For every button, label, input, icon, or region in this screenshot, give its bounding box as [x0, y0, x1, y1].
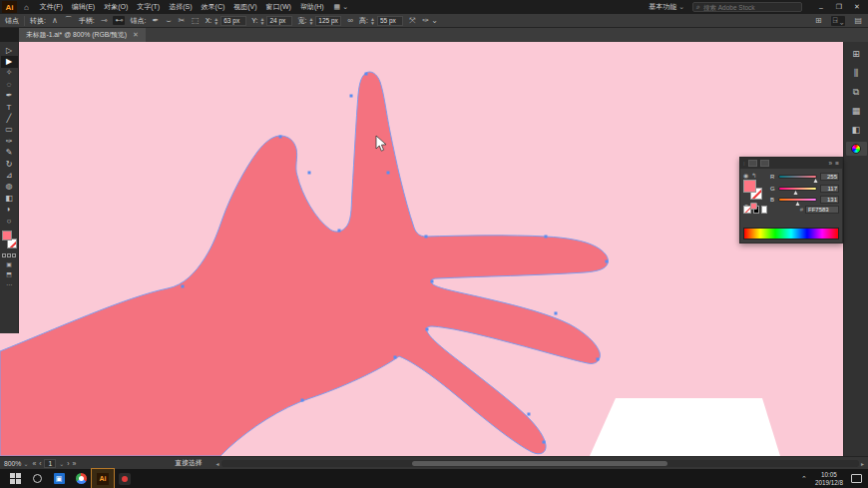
close-button[interactable]: ✕ — [848, 0, 866, 14]
anchor-point[interactable] — [394, 356, 397, 359]
menu-select[interactable]: 选择(S) — [169, 2, 192, 12]
color-mode-icon[interactable] — [2, 253, 6, 257]
horizontal-scrollbar[interactable]: ◂ ▸ — [217, 460, 864, 467]
anchor-point[interactable] — [606, 260, 609, 263]
search-input[interactable] — [703, 4, 798, 11]
height-field[interactable]: 高: ▲▼ 55 px — [359, 16, 403, 26]
illustrator-app-button[interactable]: Ai — [92, 469, 114, 488]
white-swatch[interactable] — [761, 206, 767, 214]
slider-marker[interactable] — [814, 179, 818, 183]
slider-value-field[interactable]: 255 — [820, 173, 839, 181]
edit-toolbar-icon[interactable]: ⋯ — [6, 280, 12, 287]
none-mode-icon[interactable] — [12, 253, 16, 257]
y-stepper[interactable]: ▲▼ — [259, 17, 264, 25]
link-dimensions-icon[interactable]: ∞ — [346, 16, 354, 25]
slider-marker[interactable] — [795, 202, 799, 206]
slider-value-field[interactable]: 117 — [820, 185, 839, 193]
transform-panel-icon[interactable]: ⊞ — [846, 47, 867, 61]
menu-grid-icon[interactable]: ▤ — [853, 16, 863, 25]
anchor-point[interactable] — [555, 312, 558, 315]
home-icon[interactable]: ⌂ — [21, 3, 32, 12]
recorder-app-button[interactable] — [114, 469, 136, 488]
fill-swatch[interactable] — [2, 231, 12, 241]
color-panel-header[interactable]: ⁞ » ≡ — [740, 158, 842, 169]
x-field[interactable]: X: ▲▼ 63 px — [206, 16, 247, 26]
photos-app-button[interactable]: ▣ — [48, 469, 70, 488]
anchor-point[interactable] — [365, 73, 368, 76]
pen-tool-icon[interactable]: ✒ — [1, 91, 18, 102]
connect-endpoints-icon[interactable]: ⌣ — [165, 16, 172, 26]
type-tool-icon[interactable]: T — [1, 102, 18, 113]
anchor-point[interactable] — [182, 285, 185, 288]
table-shape[interactable] — [590, 398, 780, 456]
none-color-swatch[interactable] — [743, 206, 751, 214]
scroll-left-icon[interactable]: ◂ — [217, 460, 219, 467]
panel-fill-swatch[interactable] — [743, 180, 756, 193]
chrome-app-button[interactable] — [70, 469, 92, 488]
magic-wand-tool-icon[interactable]: ✧ — [1, 68, 18, 79]
color-guide-tab-icon[interactable] — [760, 160, 769, 167]
scrollbar-thumb[interactable] — [412, 461, 667, 466]
tab-close-icon[interactable]: ✕ — [133, 31, 139, 39]
scroll-right-icon[interactable]: ▸ — [861, 460, 864, 467]
slider-marker[interactable] — [794, 191, 798, 195]
menu-window[interactable]: 窗口(W) — [266, 2, 291, 12]
panel-grid-icon[interactable]: ⊞ — [814, 16, 823, 25]
isolate-object-icon[interactable]: ⬚ — [191, 16, 201, 25]
prev-artboard-icon[interactable]: ‹ — [39, 460, 41, 467]
last-artboard-icon[interactable]: » — [73, 460, 77, 467]
anchor-point[interactable] — [301, 399, 304, 402]
anchor-point[interactable] — [431, 280, 434, 283]
next-artboard-icon[interactable]: › — [67, 460, 69, 467]
artboard-number-field[interactable]: 1 — [44, 459, 56, 468]
y-value[interactable]: 24 px — [266, 16, 292, 26]
slider-value-field[interactable]: 131 — [820, 196, 839, 204]
convert-to-smooth-icon[interactable]: ⌒ — [64, 15, 74, 26]
screen-mode-icon[interactable]: ⬒ — [6, 270, 12, 277]
scrollbar-track[interactable] — [221, 460, 859, 467]
anchor-point[interactable] — [425, 236, 428, 239]
menu-object[interactable]: 对象(O) — [104, 2, 128, 12]
rotate-tool-icon[interactable]: ↻ — [1, 159, 18, 170]
zoom-level-control[interactable]: 800% ⌄ — [4, 460, 28, 467]
hex-value-field[interactable]: FF7583 — [805, 206, 839, 214]
width-stepper[interactable]: ▲▼ — [308, 17, 313, 25]
anchor-point[interactable] — [308, 172, 311, 175]
x-stepper[interactable]: ▲▼ — [214, 17, 218, 25]
app-logo[interactable]: Ai — [2, 1, 17, 13]
menu-view[interactable]: 视图(V) — [233, 2, 256, 12]
color-spectrum-bar[interactable] — [743, 228, 839, 240]
anchor-point[interactable] — [543, 441, 546, 444]
swatches-panel-icon[interactable]: ▦ — [846, 104, 867, 118]
slider-track[interactable] — [778, 175, 817, 179]
cut-path-icon[interactable]: ✂ — [177, 16, 186, 25]
anchor-point[interactable] — [387, 172, 390, 175]
width-value[interactable]: 125 px — [315, 16, 341, 26]
taskbar-clock[interactable]: 10:05 2019/12/8 — [815, 471, 843, 487]
width-field[interactable]: 宽: ▲▼ 125 px — [297, 16, 341, 26]
lasso-tool-icon[interactable]: ◌ — [1, 79, 18, 90]
gradient-tool-icon[interactable]: ◧ — [1, 193, 18, 204]
anchor-point[interactable] — [426, 328, 429, 331]
restore-button[interactable]: ❐ — [830, 0, 848, 14]
notification-center-icon[interactable] — [851, 474, 862, 483]
paintbrush-tool-icon[interactable]: ✑ — [1, 136, 18, 147]
color-panel-icon[interactable] — [846, 142, 867, 156]
height-value[interactable]: 55 px — [377, 16, 403, 26]
slider-track[interactable] — [778, 198, 817, 202]
minimize-button[interactable]: – — [812, 0, 830, 14]
hand-shape[interactable] — [0, 72, 608, 456]
canvas[interactable] — [0, 42, 843, 456]
align-panel-icon[interactable]: ⫼ — [846, 66, 867, 80]
zoom-tool-icon[interactable]: ○ — [1, 216, 18, 227]
anchor-point[interactable] — [528, 413, 531, 416]
color-mode-buttons[interactable] — [2, 253, 16, 257]
anchor-point[interactable] — [279, 136, 282, 139]
slider-track[interactable] — [778, 187, 817, 191]
fill-stroke-control[interactable] — [1, 231, 18, 250]
last-color-swatch[interactable] — [750, 203, 757, 210]
menu-type[interactable]: 文字(T) — [137, 2, 160, 12]
anchor-point[interactable] — [338, 230, 341, 233]
remove-anchor-icon[interactable]: ✒ — [151, 16, 160, 25]
swap-colors-icon[interactable]: ↰ — [751, 172, 756, 179]
